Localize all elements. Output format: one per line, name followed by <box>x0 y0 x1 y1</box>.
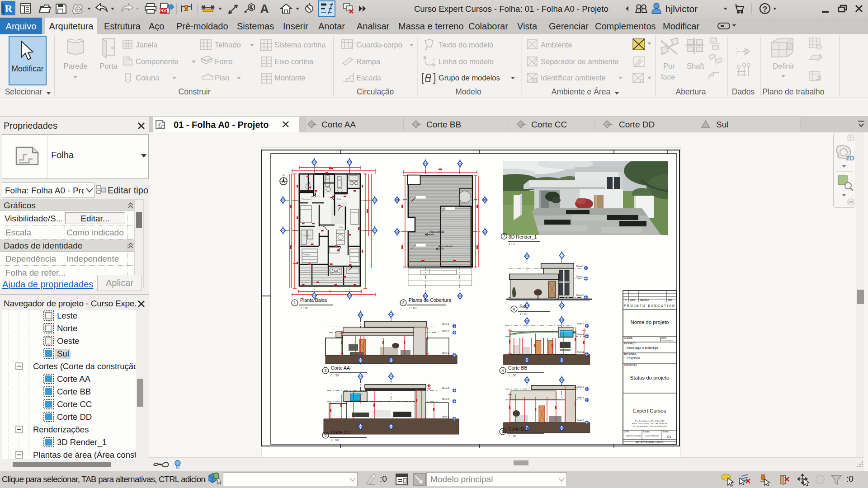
svg-text:Corte BB: Corte BB <box>426 120 461 129</box>
svg-text:A: A <box>260 2 269 16</box>
svg-text:CLIENTE: CLIENTE <box>624 337 632 339</box>
svg-text:?: ? <box>763 5 767 14</box>
svg-text:Nível 4: Nível 4 <box>442 398 449 400</box>
svg-text:Bairro - São Caetano - SP - CE: Bairro - São Caetano - SP - CEP 09587-45… <box>632 422 668 425</box>
svg-text:Corte BB: Corte BB <box>508 365 528 371</box>
svg-text:Sala: Sala <box>339 226 344 229</box>
svg-text:1 : 50: 1 : 50 <box>409 306 417 310</box>
svg-text:Grupo de modelos: Grupo de modelos <box>439 74 500 82</box>
svg-text:Telhado: Telhado <box>215 41 241 49</box>
svg-text:Rampa: Rampa <box>356 57 381 66</box>
svg-text:1 : 50: 1 : 50 <box>508 374 516 377</box>
svg-text:Selecionar: Selecionar <box>5 87 42 96</box>
svg-text:Nome do projeto: Nome do projeto <box>630 319 669 325</box>
svg-text:Nível 2: Nível 2 <box>577 385 584 388</box>
svg-text:Escada: Escada <box>356 74 382 82</box>
svg-text:Componente: Componente <box>136 57 178 66</box>
svg-text:8: 8 <box>513 307 515 311</box>
svg-text:Coluna: Coluna <box>136 74 160 82</box>
svg-text:Insira aqui o endereço: Insira aqui o endereço <box>627 346 658 350</box>
svg-text:Nível 4: Nível 4 <box>577 333 584 336</box>
svg-text:Água telhado: Água telhado <box>439 245 453 248</box>
svg-text:Corte AA: Corte AA <box>331 365 350 371</box>
svg-text:1 : 50: 1 : 50 <box>331 374 339 377</box>
svg-text:Nível 2: Nível 2 <box>576 275 584 278</box>
svg-text:Sul: Sul <box>519 304 526 309</box>
svg-text:Corte DD: Corte DD <box>619 120 655 129</box>
svg-text:Suíte: Suíte <box>336 198 341 201</box>
svg-text:Leste: Leste <box>57 311 77 320</box>
svg-text:Rua José Valencio 123 - T Bou: Rua José Valencio 123 - T Bou 4785 <box>635 420 665 422</box>
svg-text:2: 2 <box>402 300 404 305</box>
svg-text:6: 6 <box>501 429 504 434</box>
svg-text:DATA: DATA <box>661 337 666 339</box>
svg-text:Abertura: Abertura <box>675 87 706 96</box>
svg-text:Modificar: Modificar <box>12 64 44 73</box>
svg-text:APR: APR <box>668 299 672 301</box>
svg-text:Tel: (11) 0000-0000 - Cel: (11: Tel: (11) 0000-0000 - Cel: (11) 00000-00… <box>632 425 667 427</box>
svg-text:7: 7 <box>503 234 505 239</box>
svg-text:Modelo: Modelo <box>455 87 481 96</box>
svg-text:ENDEREÇO: ENDEREÇO <box>624 343 636 345</box>
svg-text:R: R <box>5 3 13 14</box>
svg-text:3D Render_1: 3D Render_1 <box>509 234 537 239</box>
svg-text:4: 4 <box>501 368 504 373</box>
svg-text:Janela: Janela <box>136 41 158 49</box>
svg-text:Folha:: Folha: <box>663 431 669 433</box>
svg-text:B.O: B.O <box>326 178 329 181</box>
svg-text:Ambiente: Ambiente <box>541 41 572 49</box>
svg-text:Dormitório: Dormitório <box>302 198 311 201</box>
svg-text:Separador de ambiente: Separador de ambiente <box>541 57 618 66</box>
svg-text:1: 1 <box>293 300 296 305</box>
svg-text:Corte AA: Corte AA <box>321 120 356 129</box>
svg-text:N: N <box>283 174 284 177</box>
svg-text:PROJETADA: PROJETADA <box>624 353 636 356</box>
svg-text:Sul: Sul <box>716 120 728 129</box>
svg-text:Corte DD: Corte DD <box>57 412 92 422</box>
svg-text:REVISÃO: REVISÃO <box>640 299 650 301</box>
svg-text:Renderizações: Renderizações <box>33 425 89 434</box>
svg-text:Nível 2: Nível 2 <box>577 322 584 325</box>
svg-text:Nível 1: Nível 1 <box>442 415 449 418</box>
svg-text:Corte BB: Corte BB <box>57 387 91 396</box>
svg-text:Forro: Forro <box>215 57 232 66</box>
svg-text:Planta de Cobertura: Planta de Cobertura <box>409 297 451 303</box>
svg-text:Nº: Nº <box>625 299 627 301</box>
svg-text:Eixo cortina: Eixo cortina <box>274 57 314 66</box>
svg-text:Circulação: Circulação <box>357 87 394 96</box>
svg-text:1 : 50: 1 : 50 <box>300 306 308 310</box>
svg-text:2D: 2D <box>846 154 854 162</box>
svg-text:Nível 2: Nível 2 <box>442 387 449 389</box>
svg-text:Montante: Montante <box>274 74 306 82</box>
svg-text:Cortes (Corte da construção): Cortes (Corte da construção) <box>33 361 136 371</box>
svg-text:Dados: Dados <box>732 87 755 96</box>
svg-text:hjlvictor: hjlvictor <box>665 4 698 14</box>
svg-text:Data de emissão: Data de emissão <box>626 435 641 437</box>
svg-text:1: 1 <box>250 5 252 10</box>
svg-text:Por: Por <box>663 62 675 70</box>
svg-text:PDF: PDF <box>160 9 167 13</box>
svg-text:Nível 3: Nível 3 <box>576 294 584 296</box>
svg-text:Ambiente e Área: Ambiente e Área <box>552 87 611 96</box>
svg-text:Corte CC: Corte CC <box>531 120 567 129</box>
svg-text:Água telhado: Água telhado <box>429 230 444 233</box>
svg-text:Linha do modelo: Linha do modelo <box>439 57 494 66</box>
svg-text:01: 01 <box>667 435 671 439</box>
svg-text:Projetada: Projetada <box>627 357 640 360</box>
svg-text:1 : 50: 1 : 50 <box>508 435 516 438</box>
svg-text:Corte CC: Corte CC <box>331 430 351 435</box>
svg-text:ASSINATURA: ASSINATURA <box>624 364 637 366</box>
svg-text:Piso: Piso <box>215 74 229 82</box>
svg-text:Texto do modelo: Texto do modelo <box>439 41 493 49</box>
svg-text:Nível 2: Nível 2 <box>442 323 449 325</box>
svg-text:Como indicado: Como indicado <box>645 435 659 437</box>
svg-text:3: 3 <box>324 368 326 373</box>
svg-text:Nível 1: Nível 1 <box>577 351 584 353</box>
svg-text:Nível 4: Nível 4 <box>577 396 584 399</box>
svg-text:Corte AA: Corte AA <box>57 374 91 384</box>
svg-text:Porta: Porta <box>99 62 118 70</box>
svg-text:Data de emissão: Data de emissão <box>661 340 673 342</box>
svg-text:Sul: Sul <box>57 349 69 358</box>
svg-text:Plantas de área (Área construí: Plantas de área (Área construí <box>33 450 136 459</box>
svg-text:PROJETO EXECUTIVO: PROJETO EXECUTIVO <box>624 304 676 308</box>
